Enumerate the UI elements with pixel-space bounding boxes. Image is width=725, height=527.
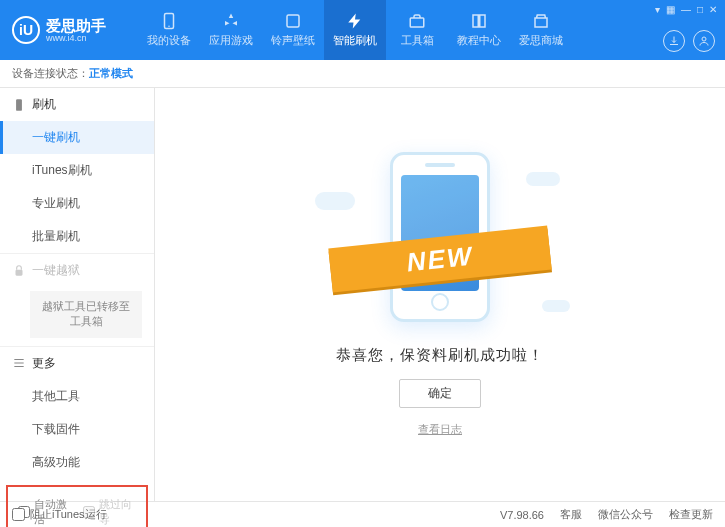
- status-bar: 设备连接状态： 正常模式: [0, 60, 725, 88]
- logo-icon: iU: [12, 16, 40, 44]
- apps-icon: [222, 12, 240, 30]
- flash-icon: [346, 12, 364, 30]
- svg-point-4: [702, 37, 706, 41]
- phone-icon: [12, 98, 26, 112]
- svg-point-1: [168, 26, 170, 28]
- update-link[interactable]: 检查更新: [669, 507, 713, 522]
- sidebar-more-header[interactable]: 更多: [0, 347, 154, 380]
- sidebar-item-itunes[interactable]: iTunes刷机: [0, 154, 154, 187]
- download-button[interactable]: [663, 30, 685, 52]
- window-controls: ▾ ▦ — □ ✕: [655, 4, 717, 15]
- logo: iU 爱思助手 www.i4.cn: [8, 16, 138, 44]
- nav-my-device[interactable]: 我的设备: [138, 0, 200, 60]
- app-header: iU 爱思助手 www.i4.cn 我的设备 应用游戏 铃声壁纸 智能刷机 工具…: [0, 0, 725, 60]
- status-label: 设备连接状态：: [12, 66, 89, 81]
- wechat-link[interactable]: 微信公众号: [598, 507, 653, 522]
- menu-icon: [12, 356, 26, 370]
- maximize-button[interactable]: □: [697, 4, 703, 15]
- svg-rect-2: [287, 15, 299, 27]
- block-itunes-checkbox[interactable]: 阻止iTunes运行: [12, 507, 107, 522]
- success-illustration: NEW: [340, 152, 540, 332]
- nav-flash[interactable]: 智能刷机: [324, 0, 386, 60]
- support-link[interactable]: 客服: [560, 507, 582, 522]
- app-name: 爱思助手: [46, 18, 106, 33]
- sidebar-item-batch[interactable]: 批量刷机: [0, 220, 154, 253]
- sidebar-item-other-tools[interactable]: 其他工具: [0, 380, 154, 413]
- close-button[interactable]: ✕: [709, 4, 717, 15]
- ok-button[interactable]: 确定: [399, 379, 481, 408]
- phone-icon: [160, 12, 178, 30]
- svg-rect-3: [410, 18, 424, 27]
- sidebar-jailbreak-header: 一键越狱: [0, 254, 154, 287]
- sidebar-item-pro[interactable]: 专业刷机: [0, 187, 154, 220]
- nav-tutorials[interactable]: 教程中心: [448, 0, 510, 60]
- svg-rect-5: [16, 99, 22, 111]
- success-message: 恭喜您，保资料刷机成功啦！: [336, 346, 544, 365]
- main-nav: 我的设备 应用游戏 铃声壁纸 智能刷机 工具箱 教程中心 爱思商城: [138, 0, 572, 60]
- user-button[interactable]: [693, 30, 715, 52]
- menu-more-icon[interactable]: ▾: [655, 4, 660, 15]
- nav-apps[interactable]: 应用游戏: [200, 0, 262, 60]
- sidebar-item-advanced[interactable]: 高级功能: [0, 446, 154, 479]
- sidebar-item-download-firmware[interactable]: 下载固件: [0, 413, 154, 446]
- main-content: NEW 恭喜您，保资料刷机成功啦！ 确定 查看日志: [155, 88, 725, 501]
- app-url: www.i4.cn: [46, 33, 106, 43]
- header-actions: [663, 30, 715, 52]
- minimize-button[interactable]: —: [681, 4, 691, 15]
- toolbox-icon: [408, 12, 426, 30]
- status-mode: 正常模式: [89, 66, 133, 81]
- nav-toolbox[interactable]: 工具箱: [386, 0, 448, 60]
- sidebar-flash-header[interactable]: 刷机: [0, 88, 154, 121]
- svg-rect-6: [16, 269, 23, 275]
- nav-store[interactable]: 爱思商城: [510, 0, 572, 60]
- book-icon: [470, 12, 488, 30]
- sidebar: 刷机 一键刷机 iTunes刷机 专业刷机 批量刷机 一键越狱 越狱工具已转移至…: [0, 88, 155, 501]
- grid-icon[interactable]: ▦: [666, 4, 675, 15]
- view-log-link[interactable]: 查看日志: [418, 422, 462, 437]
- version-label: V7.98.66: [500, 509, 544, 521]
- jailbreak-note: 越狱工具已转移至工具箱: [30, 291, 142, 338]
- sidebar-item-oneclick[interactable]: 一键刷机: [0, 121, 154, 154]
- nav-ringtones[interactable]: 铃声壁纸: [262, 0, 324, 60]
- wallpaper-icon: [284, 12, 302, 30]
- lock-icon: [12, 264, 26, 278]
- store-icon: [532, 12, 550, 30]
